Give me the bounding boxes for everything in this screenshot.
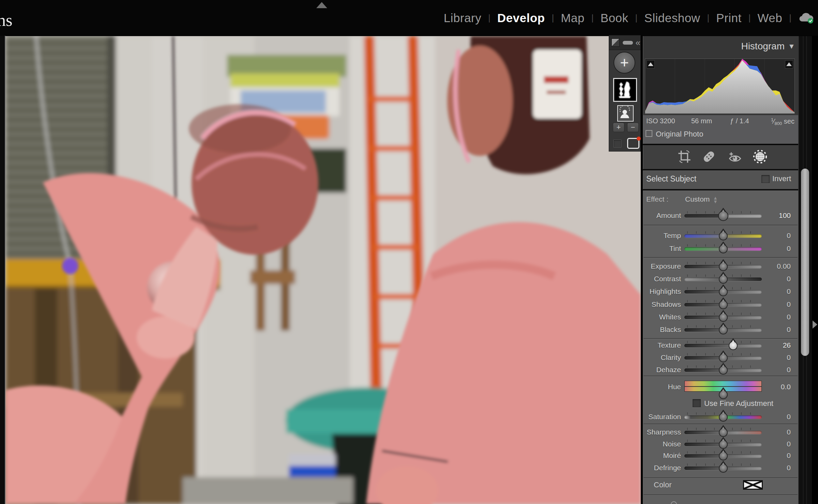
clarity-slider-knob[interactable] <box>719 353 728 362</box>
highlights-slider-knob[interactable] <box>719 287 728 296</box>
amount-slider[interactable] <box>684 214 762 218</box>
top-panel-reveal-arrow[interactable] <box>316 2 327 8</box>
masks-panel-collapse-chevrons[interactable]: « <box>636 38 640 47</box>
texture-slider-knob[interactable] <box>729 341 738 350</box>
blacks-slider-knob[interactable] <box>719 326 728 334</box>
mask-overlay-mode-icon[interactable] <box>611 38 620 47</box>
whites-slider-knob[interactable] <box>719 313 728 322</box>
temp-slider[interactable] <box>684 234 762 238</box>
tint-value[interactable]: 0 <box>767 245 791 253</box>
photo-canvas[interactable] <box>5 36 641 504</box>
shadows-slider-row: Shadows 0 <box>641 299 796 310</box>
module-print[interactable]: Print <box>716 11 741 25</box>
whites-label: Whites <box>641 313 681 321</box>
left-panel-collapsed-strip[interactable] <box>0 36 5 504</box>
contrast-slider[interactable] <box>684 278 762 281</box>
contrast-value[interactable]: 0 <box>767 275 791 283</box>
exposure-value[interactable]: 0.00 <box>767 262 791 270</box>
sharpness-slider[interactable] <box>684 431 762 434</box>
mask-1-thumbnail[interactable] <box>613 78 637 102</box>
clarity-slider-row: Clarity 0 <box>641 352 796 363</box>
show-overlay-checkbox[interactable] <box>614 140 621 147</box>
saturation-value[interactable]: 0 <box>767 413 791 421</box>
top-bar: ns Library | Develop | Map | Book | Slid… <box>0 0 818 36</box>
noise-slider-knob[interactable] <box>719 440 728 449</box>
masks-panel-header[interactable]: « <box>609 35 641 50</box>
right-panel-reveal-arrow[interactable] <box>813 320 817 329</box>
moire-slider-knob[interactable] <box>719 452 728 460</box>
dehaze-value[interactable]: 0 <box>767 366 791 374</box>
shadows-slider[interactable] <box>684 303 762 306</box>
use-fine-adjustment-checkbox[interactable] <box>693 399 701 407</box>
module-book[interactable]: Book <box>601 11 628 25</box>
saturation-slider[interactable] <box>684 415 762 419</box>
effect-dropdown-arrows-icon[interactable]: ▲▼ <box>713 196 718 204</box>
select-subject-label[interactable]: Select Subject <box>646 174 696 184</box>
texture-value[interactable]: 26 <box>767 341 791 349</box>
temp-label: Temp <box>641 232 681 240</box>
shadows-value[interactable]: 0 <box>767 300 791 309</box>
module-library[interactable]: Library <box>444 11 481 25</box>
sharpness-value[interactable]: 0 <box>767 428 791 436</box>
tint-slider[interactable] <box>684 247 762 251</box>
blacks-slider[interactable] <box>684 328 762 332</box>
defringe-slider-knob[interactable] <box>719 464 728 473</box>
defringe-slider[interactable] <box>684 467 762 470</box>
texture-slider[interactable] <box>684 344 762 347</box>
shadow-clipping-indicator[interactable] <box>647 60 655 68</box>
blacks-value[interactable]: 0 <box>767 326 791 334</box>
overlay-options-icon[interactable] <box>627 138 639 149</box>
moire-slider[interactable] <box>684 454 762 458</box>
histogram-panel-title[interactable]: Histogram <box>712 41 785 52</box>
panel-scrollbar-thumb[interactable] <box>801 169 809 356</box>
cloud-sync-icon[interactable] <box>798 11 814 25</box>
contrast-label: Contrast <box>641 275 681 283</box>
histogram-collapse-triangle[interactable]: ▼ <box>788 42 795 50</box>
contrast-slider-knob[interactable] <box>719 275 728 284</box>
highlights-slider[interactable] <box>684 290 762 294</box>
subject-mask-component-thumbnail[interactable] <box>617 105 634 122</box>
saturation-slider-knob[interactable] <box>719 413 728 422</box>
effect-preset-dropdown[interactable]: Custom <box>685 195 710 203</box>
color-swatch-none[interactable] <box>743 480 763 490</box>
module-web[interactable]: Web <box>757 11 782 25</box>
exposure-slider[interactable] <box>684 265 762 268</box>
create-new-mask-button[interactable]: + <box>614 52 635 74</box>
module-slideshow[interactable]: Slideshow <box>644 11 700 25</box>
clarity-value[interactable]: 0 <box>767 353 791 362</box>
subtract-from-mask-button[interactable]: − <box>627 123 639 132</box>
amount-slider-knob[interactable] <box>718 211 728 221</box>
crop-tool-icon[interactable] <box>678 150 691 163</box>
healing-tool-icon[interactable] <box>702 150 716 163</box>
exposure-slider-knob[interactable] <box>719 262 728 271</box>
group-divider <box>643 257 798 258</box>
tint-slider-knob[interactable] <box>719 245 728 253</box>
noise-value[interactable]: 0 <box>767 440 791 448</box>
sharpness-slider-knob[interactable] <box>719 428 728 437</box>
hue-value[interactable]: 0.0 <box>767 383 791 391</box>
original-photo-checkbox[interactable] <box>646 130 652 137</box>
defringe-value[interactable]: 0 <box>767 464 791 472</box>
highlights-value[interactable]: 0 <box>767 287 791 296</box>
red-eye-tool-icon[interactable] <box>728 150 742 163</box>
invert-checkbox[interactable] <box>761 175 770 183</box>
whites-value[interactable]: 0 <box>767 313 791 321</box>
temp-value[interactable]: 0 <box>767 232 791 240</box>
histogram-display[interactable] <box>645 59 795 114</box>
noise-slider[interactable] <box>684 443 762 446</box>
moire-value[interactable]: 0 <box>767 452 791 460</box>
add-to-mask-button[interactable]: + <box>613 123 624 132</box>
temp-slider-knob[interactable] <box>719 232 728 240</box>
masking-tool-icon-active[interactable] <box>753 149 766 163</box>
dehaze-slider[interactable] <box>684 368 762 372</box>
module-develop[interactable]: Develop <box>497 11 545 25</box>
masks-panel-drag-handle[interactable] <box>623 41 633 45</box>
shadows-slider-knob[interactable] <box>719 300 728 309</box>
amount-value[interactable]: 100 <box>767 211 791 220</box>
highlight-clipping-indicator[interactable] <box>785 60 793 68</box>
hue-slider-knob[interactable] <box>719 390 728 399</box>
whites-slider[interactable] <box>684 316 762 319</box>
clarity-slider[interactable] <box>684 356 762 360</box>
dehaze-slider-knob[interactable] <box>719 366 728 375</box>
module-map[interactable]: Map <box>561 11 585 25</box>
